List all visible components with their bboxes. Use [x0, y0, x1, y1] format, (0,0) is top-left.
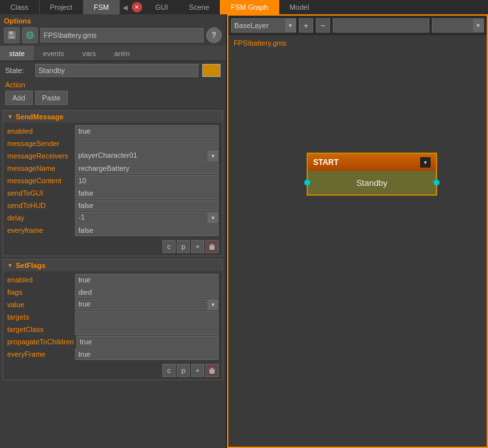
flags-add-btn[interactable]: +	[191, 364, 204, 377]
subtab-vars[interactable]: vars	[73, 46, 105, 61]
dropdown-icon-messageReceivers[interactable]: ▼	[208, 150, 219, 162]
add-btn-sm[interactable]: +	[191, 240, 204, 253]
globe-icon-btn[interactable]	[22, 27, 38, 43]
set-flags-title: SetFlags	[16, 261, 46, 269]
tab-model[interactable]: Model	[279, 0, 320, 14]
section-arrow-flags: ▼	[7, 262, 13, 269]
add-button[interactable]: Add	[5, 91, 33, 105]
prop-val-messageReceivers[interactable]: playerCharacter01	[75, 150, 208, 162]
layer-remove-button[interactable]: −	[316, 18, 330, 33]
tab-project[interactable]: Project	[40, 0, 84, 14]
globe-icon	[25, 31, 35, 40]
graph-area[interactable]: FPS\battery.gms START ▼ Standby	[228, 35, 487, 447]
flags-prop-select-value: true ▼	[75, 299, 219, 310]
flags-prop-label-everyFrame: everyFrame	[7, 350, 72, 358]
right-panel-wrapper: BaseLayer ▼ + − ▼ FPS\battery.gms START	[227, 14, 488, 448]
prop-label-messageSender: messageSender	[7, 140, 72, 147]
tab-class[interactable]: Class	[0, 0, 40, 14]
flags-prop-row-value: value true ▼	[7, 299, 219, 310]
close-icon[interactable]: ✕	[132, 2, 142, 12]
flags-trash-icon	[208, 366, 216, 374]
tab-gui[interactable]: GUI	[145, 0, 179, 14]
flags-prop-val-flags[interactable]: died	[75, 286, 219, 298]
prop-label-messageName: messageName	[7, 164, 72, 172]
prop-val-messageName[interactable]: rechargeBattery	[75, 162, 219, 174]
flags-prop-val-everyFrame[interactable]: true	[75, 348, 219, 360]
fsm-node[interactable]: START ▼ Standby	[307, 153, 437, 196]
prop-val-sendToHUD[interactable]: false	[75, 200, 219, 211]
color-swatch[interactable]	[202, 64, 221, 77]
prop-label-everyframe: everyframe	[7, 226, 72, 234]
dropdown-icon-delay[interactable]: ▼	[208, 212, 219, 224]
prop-row-messageSender: messageSender	[7, 138, 219, 149]
prop-select-delay: -1 ▼	[75, 212, 219, 224]
send-message-section: ▼ SendMessage enabled true messageSender	[3, 110, 223, 256]
layer-extra-dropdown[interactable]: ▼	[473, 18, 483, 33]
prop-val-messageSender[interactable]	[75, 138, 219, 149]
flags-prop-val-targets[interactable]	[75, 311, 219, 323]
tab-controls: ◀ ✕	[120, 0, 145, 14]
dropdown-icon-value[interactable]: ▼	[208, 299, 219, 310]
prop-label-messageContent: messageContent	[7, 177, 72, 185]
arrow-left-icon[interactable]: ◀	[120, 2, 130, 12]
flags-prop-val-enabled[interactable]: true	[75, 274, 219, 286]
tab-scene[interactable]: Scene	[179, 0, 220, 14]
prop-val-enabled[interactable]: true	[75, 125, 219, 137]
subtab-state[interactable]: state	[0, 46, 34, 61]
action-label: Action	[5, 81, 221, 89]
prop-row-everyframe: everyframe false	[7, 224, 219, 236]
sub-tabs: state events vars anim	[0, 46, 226, 61]
flags-paste-btn[interactable]: p	[177, 364, 190, 377]
svg-rect-10	[209, 369, 215, 374]
flags-prop-row-targets: targets	[7, 311, 219, 323]
delete-btn-sm[interactable]	[206, 240, 219, 253]
action-section: Action Add Paste	[0, 80, 226, 108]
layer-extra-select[interactable]: ▼	[432, 18, 484, 33]
prop-row-messageContent: messageContent 10	[7, 175, 219, 187]
prop-val-everyframe[interactable]: false	[75, 224, 219, 236]
fsm-node-header: START ▼	[308, 154, 436, 171]
fsm-connector-left[interactable]	[304, 179, 311, 186]
copy-btn-sm[interactable]: c	[162, 240, 175, 253]
help-button[interactable]: ?	[206, 27, 222, 43]
layer-dropdown-icon[interactable]: ▼	[285, 18, 296, 33]
fsm-connector-right[interactable]	[433, 179, 440, 186]
prop-val-messageContent[interactable]: 10	[75, 175, 219, 187]
prop-row-messageName: messageName rechargeBattery	[7, 162, 219, 174]
prop-val-delay[interactable]: -1	[75, 212, 208, 224]
tab-fsm-graph[interactable]: FSM Graph	[220, 0, 279, 14]
paste-btn-sm[interactable]: p	[177, 240, 190, 253]
save-icon-btn[interactable]	[4, 27, 20, 43]
set-flags-footer: c p +	[3, 363, 222, 380]
layer-select-value: BaseLayer	[232, 22, 285, 29]
flags-prop-val-value[interactable]: true	[75, 299, 208, 310]
set-flags-header[interactable]: ▼ SetFlags	[3, 260, 222, 271]
tab-fsm[interactable]: FSM	[84, 0, 120, 14]
layer-select[interactable]: BaseLayer ▼	[231, 18, 296, 33]
subtab-events[interactable]: events	[34, 46, 73, 61]
state-input[interactable]	[35, 64, 198, 77]
flags-delete-btn[interactable]	[206, 364, 219, 377]
prop-label-enabled: enabled	[7, 127, 72, 135]
layer-add-button[interactable]: +	[299, 18, 313, 33]
layer-name-input[interactable]	[333, 18, 429, 33]
fsm-node-dropdown-icon[interactable]: ▼	[420, 157, 431, 168]
flags-copy-btn[interactable]: c	[162, 364, 175, 377]
send-message-header[interactable]: ▼ SendMessage	[3, 111, 222, 123]
prop-val-sendToGUI[interactable]: false	[75, 187, 219, 199]
scroll-area[interactable]: ▼ SendMessage enabled true messageSender	[0, 108, 226, 448]
subtab-anim[interactable]: anim	[105, 46, 139, 61]
save-icon	[7, 31, 16, 40]
set-flags-props: enabled true flags died value true ▼	[3, 271, 222, 363]
svg-rect-2	[9, 36, 14, 38]
flags-prop-row-targetClass: targetClass	[7, 323, 219, 335]
send-message-props: enabled true messageSender messageReceiv…	[3, 123, 222, 239]
flags-prop-val-propagate[interactable]: true	[76, 336, 219, 348]
send-message-title: SendMessage	[16, 113, 63, 121]
flags-prop-row-enabled: enabled true	[7, 274, 219, 286]
file-path-input[interactable]	[40, 28, 204, 42]
left-panel: Options	[0, 14, 227, 448]
flags-prop-val-targetClass[interactable]	[75, 323, 219, 335]
prop-row-messageReceivers: messageReceivers playerCharacter01 ▼	[7, 150, 219, 162]
paste-button[interactable]: Paste	[35, 91, 68, 105]
